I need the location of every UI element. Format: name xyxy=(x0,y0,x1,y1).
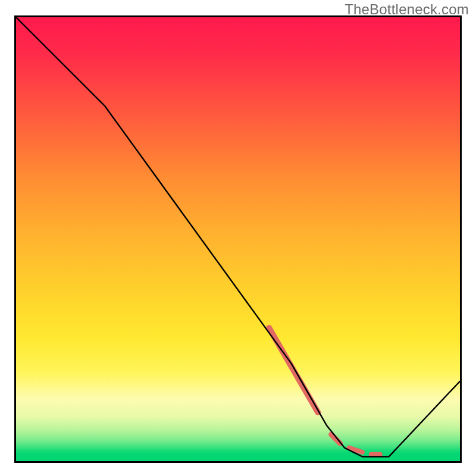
plot-area xyxy=(14,15,462,463)
curve-layer xyxy=(16,17,460,461)
highlight-group xyxy=(269,328,380,455)
chart-container: TheBottleneck.com xyxy=(0,0,476,476)
highlight-segment xyxy=(269,328,318,412)
bottleneck-curve-path xyxy=(16,17,460,457)
